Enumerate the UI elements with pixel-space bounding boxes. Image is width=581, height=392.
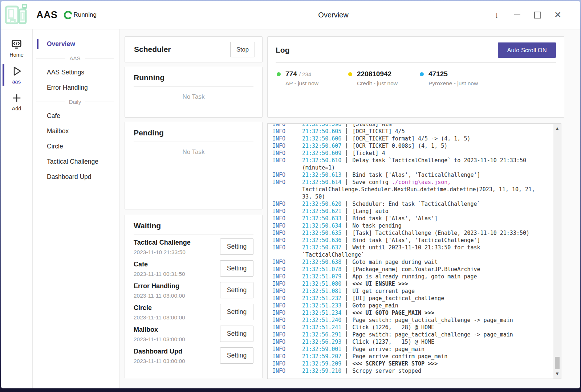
log-level: INFO — [272, 123, 285, 128]
sidebar-item[interactable]: Tactical Challenge — [33, 154, 119, 169]
task-setting-button[interactable]: Setting — [220, 260, 253, 277]
task-setting-button[interactable]: Setting — [220, 304, 253, 320]
scroll-up-arrow-icon[interactable]: ▲ — [553, 124, 561, 132]
maximize-icon — [534, 12, 541, 19]
divider-line — [85, 102, 114, 102]
log-level: INFO — [272, 135, 285, 142]
task-next-run-time: 2023-11-11 03:00:00 — [134, 292, 185, 299]
waiting-task-row: Cafe 2023-11-11 00:31:50 Setting — [134, 260, 253, 277]
status-label: Running — [74, 11, 97, 19]
play-icon — [11, 64, 23, 79]
sidebar-item[interactable]: Cafe — [33, 108, 119, 123]
scheduler-status: Running — [63, 10, 97, 20]
rail-label-add: Add — [12, 106, 21, 111]
log-message: App is already running, goto main page — [352, 273, 477, 280]
sidebar-item[interactable]: AAS Settings — [33, 65, 119, 80]
stat-label: Credit - just now — [357, 80, 398, 87]
log-message-segment: Bind task ['Alas', 'TacticalChallenge'] — [352, 237, 480, 244]
log-level: INFO — [272, 215, 285, 222]
sidebar-item[interactable]: Error Handling — [33, 80, 119, 95]
titlebar: AAS Running Overview ↓ ✕ — [1, 1, 580, 29]
resource-stat: 220810942 Credit - just now — [347, 70, 419, 87]
task-setting-button[interactable]: Setting — [220, 347, 253, 364]
running-spinner-icon — [63, 10, 73, 20]
log-level: INFO — [272, 331, 285, 338]
rail-item-aas[interactable]: aas — [1, 64, 32, 87]
scheduler-stop-button[interactable]: Stop — [230, 42, 255, 57]
rail-item-home[interactable]: Home — [1, 37, 32, 60]
log-timestamp: 21:32:50.613 — [302, 172, 341, 178]
log-message-segment: Goto page_main — [352, 302, 398, 309]
log-timestamp: 21:32:51.081 — [302, 288, 341, 294]
waiting-task-row: Tactical Challenge 2023-11-10 21:33:50 S… — [134, 238, 253, 256]
log-level: INFO — [272, 208, 285, 215]
rail-label-home: Home — [9, 52, 24, 58]
log-message: Goto main page during wait — [352, 259, 438, 265]
scheduler-card: Scheduler Stop — [125, 36, 263, 62]
task-setting-button[interactable]: Setting — [220, 238, 253, 255]
close-button[interactable]: ✕ — [550, 7, 566, 23]
log-timestamp: 21:32:51.240 — [302, 317, 341, 323]
sidebar-item[interactable]: Overview — [33, 36, 119, 52]
log-message-segment: [UI] page_tactical_challenge — [352, 295, 444, 302]
task-setting-button[interactable]: Setting — [220, 282, 253, 298]
log-timestamp: 21:32:50.638 — [302, 259, 341, 265]
log-line: INFO21:32:50.613Bind task ['Alas', 'Tact… — [272, 171, 537, 179]
log-message: [Lang] auto — [352, 208, 388, 215]
log-message: Page switch: page_tactical_challenge -> … — [352, 317, 513, 323]
sidebar-item[interactable]: Mailbox — [33, 123, 119, 139]
log-separator — [346, 172, 347, 177]
log-level: INFO — [272, 179, 285, 186]
log-separator — [346, 368, 347, 373]
log-console[interactable]: INFO21:32:50.598[Status] WININFO21:32:50… — [267, 123, 561, 379]
log-timestamp: 21:32:59.001 — [302, 346, 341, 352]
log-message-segment: Page arrive: page_main — [352, 346, 424, 352]
waiting-task-row: Dashboard Upd 2023-11-11 03:00:00 Settin… — [134, 347, 253, 364]
log-line: INFO21:32:50.598[Status] WIN — [272, 123, 537, 128]
waiting-task-row: Mailbox 2023-11-11 03:00:00 Setting — [134, 325, 253, 343]
log-line: INFO21:32:50.609[Ticket] 4 — [272, 150, 537, 157]
log-timestamp: 21:32:50.605 — [302, 128, 341, 135]
log-message: Goto page_main — [352, 302, 398, 309]
task-setting-button[interactable]: Setting — [220, 326, 253, 342]
log-message: <<< UI GOTO PAGE_MAIN >>> — [352, 310, 434, 316]
log-separator — [346, 201, 347, 207]
log-message: [UI] page_tactical_challenge — [352, 295, 444, 302]
log-scrollbar[interactable]: ▲ ▼ — [553, 124, 561, 379]
close-icon: ✕ — [554, 10, 561, 20]
minimize-button[interactable] — [509, 7, 525, 23]
task-info: Circle 2023-11-11 03:00:00 — [134, 303, 185, 321]
log-separator — [346, 244, 347, 250]
log-message: <<< SCRCPY SERVER STOP >>> — [352, 360, 438, 367]
log-message: Bind task ['Alas', 'Alas'] — [352, 215, 438, 222]
log-separator — [346, 237, 347, 243]
log-message: [Ticket] 4 — [352, 150, 385, 156]
log-level: INFO — [272, 142, 285, 150]
main-content: Scheduler Stop Running No Task Pending N… — [119, 29, 580, 388]
collapse-to-tray-button[interactable]: ↓ — [489, 7, 505, 23]
scroll-down-arrow-icon[interactable]: ▼ — [553, 370, 561, 378]
log-message: Scrcpy server stopped — [352, 368, 421, 374]
log-message: [Status] WIN — [352, 123, 391, 127]
log-line: INFO21:32:51.232[UI] page_tactical_chall… — [272, 295, 537, 302]
log-message-segment: UI get current page — [352, 288, 415, 294]
task-next-run-time: 2023-11-10 21:33:50 — [134, 249, 191, 256]
log-line: INFO21:32:50.606[OCR_TICKET format] 4/5 … — [272, 135, 537, 142]
log-line: INFO21:32:51.080<<< UI ENSURE >>> — [272, 280, 537, 287]
log-message: Click (1237, 15) @ HOME — [352, 339, 434, 345]
waiting-task-list: Tactical Challenge 2023-11-10 21:33:50 S… — [134, 238, 253, 364]
log-separator — [346, 135, 347, 141]
log-separator — [346, 157, 347, 163]
log-line: INFO21:32:59.209<<< SCRCPY SERVER STOP >… — [272, 360, 537, 367]
sidebar-item[interactable]: Circle — [33, 139, 119, 154]
log-separator — [346, 317, 347, 323]
log-message-segment: Bind task ['Alas', 'TacticalChallenge'] — [352, 172, 480, 178]
maximize-button[interactable] — [529, 7, 545, 23]
rail-item-add[interactable]: Add — [1, 90, 32, 114]
log-level: INFO — [272, 317, 285, 324]
log-level: INFO — [272, 324, 285, 331]
scrollbar-thumb[interactable] — [555, 357, 560, 369]
log-timestamp: 21:32:51.241 — [302, 324, 341, 331]
auto-scroll-toggle-button[interactable]: Auto Scroll ON — [498, 42, 556, 58]
sidebar-item[interactable]: Dashboard Upd — [33, 169, 119, 184]
